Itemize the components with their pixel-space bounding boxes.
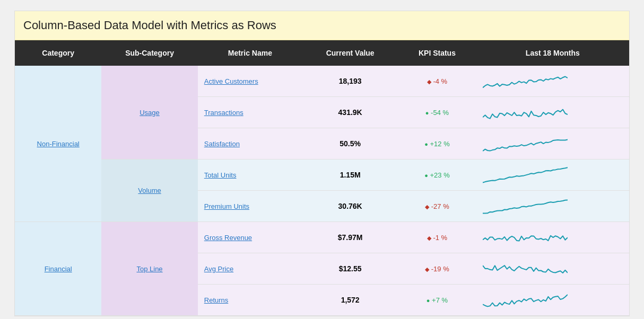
- kpi-label: -54 %: [431, 109, 449, 117]
- cell-kpi: ● +23 %: [398, 160, 476, 191]
- cell-value: 50.5%: [302, 128, 398, 160]
- subcategory-link[interactable]: Volume: [138, 187, 161, 194]
- cell-value: $12.55: [302, 253, 398, 285]
- kpi-label: -4 %: [433, 77, 447, 85]
- kpi-label: +23 %: [430, 171, 449, 179]
- cell-metric[interactable]: Returns: [198, 285, 302, 316]
- cell-subcategory[interactable]: Volume: [101, 160, 197, 222]
- cell-kpi: ◆ -27 %: [398, 191, 476, 222]
- cell-chart: [476, 97, 629, 128]
- cell-category[interactable]: Non-Financial: [15, 66, 101, 222]
- cell-chart: [476, 191, 629, 222]
- main-container: Column-Based Data Model with Metrics as …: [14, 11, 630, 316]
- header-metric: Metric Name: [198, 40, 302, 66]
- cell-chart: [476, 253, 629, 285]
- metric-link[interactable]: Gross Revenue: [204, 234, 252, 242]
- cell-metric[interactable]: Premium Units: [198, 191, 302, 222]
- page-title: Column-Based Data Model with Metrics as …: [23, 19, 621, 32]
- metric-link[interactable]: Premium Units: [204, 202, 249, 210]
- cell-chart: [476, 285, 629, 316]
- table-row: VolumeTotal Units1.15M● +23 %: [15, 160, 629, 191]
- kpi-icon: ◆: [425, 266, 429, 272]
- cell-kpi: ● -54 %: [398, 97, 476, 128]
- subcategory-link[interactable]: Usage: [140, 109, 160, 117]
- cell-chart: [476, 222, 629, 253]
- cell-chart: [476, 128, 629, 160]
- cell-value: 1,572: [302, 285, 398, 316]
- cell-value: 1.15M: [302, 160, 398, 191]
- cell-kpi: ● +12 %: [398, 128, 476, 160]
- cell-value: $7.97M: [302, 222, 398, 253]
- metric-link[interactable]: Avg Price: [204, 265, 233, 273]
- kpi-label: -27 %: [431, 202, 449, 210]
- kpi-label: -19 %: [431, 265, 449, 273]
- cell-kpi: ● +7 %: [398, 285, 476, 316]
- kpi-icon: ◆: [425, 203, 429, 210]
- header-category: Category: [15, 40, 101, 66]
- metric-link[interactable]: Active Customers: [204, 77, 258, 85]
- cell-category[interactable]: Financial: [15, 222, 101, 316]
- kpi-icon: ●: [424, 172, 428, 179]
- table-row: Non-FinancialUsageActive Customers18,193…: [15, 66, 629, 97]
- table-row: FinancialTop LineGross Revenue$7.97M◆ -1…: [15, 222, 629, 253]
- cell-metric[interactable]: Transactions: [198, 97, 302, 128]
- metric-link[interactable]: Total Units: [204, 171, 237, 179]
- kpi-label: -1 %: [433, 234, 447, 242]
- cell-metric[interactable]: Gross Revenue: [198, 222, 302, 253]
- cell-kpi: ◆ -1 %: [398, 222, 476, 253]
- header-subcategory: Sub-Category: [101, 40, 197, 66]
- kpi-icon: ●: [425, 110, 429, 116]
- kpi-label: +12 %: [430, 140, 449, 148]
- header-chart: Last 18 Months: [476, 40, 629, 66]
- cell-chart: [476, 66, 629, 97]
- cell-subcategory[interactable]: Usage: [101, 66, 197, 160]
- kpi-icon: ●: [424, 141, 428, 147]
- header-value: Current Value: [302, 40, 398, 66]
- metric-link[interactable]: Transactions: [204, 109, 243, 117]
- cell-kpi: ◆ -4 %: [398, 66, 476, 97]
- title-bar: Column-Based Data Model with Metrics as …: [15, 11, 629, 40]
- header-kpi: KPI Status: [398, 40, 476, 66]
- metric-link[interactable]: Satisfaction: [204, 140, 240, 148]
- kpi-icon: ◆: [427, 78, 431, 85]
- category-link[interactable]: Non-Financial: [37, 140, 80, 148]
- cell-kpi: ◆ -19 %: [398, 253, 476, 285]
- cell-value: 18,193: [302, 66, 398, 97]
- cell-subcategory[interactable]: Top Line: [101, 222, 197, 316]
- metrics-table: Category Sub-Category Metric Name Curren…: [15, 40, 629, 316]
- cell-chart: [476, 160, 629, 191]
- cell-value: 30.76K: [302, 191, 398, 222]
- cell-metric[interactable]: Active Customers: [198, 66, 302, 97]
- metric-link[interactable]: Returns: [204, 296, 229, 304]
- category-link[interactable]: Financial: [45, 265, 72, 273]
- cell-metric[interactable]: Avg Price: [198, 253, 302, 285]
- cell-metric[interactable]: Total Units: [198, 160, 302, 191]
- kpi-icon: ●: [427, 297, 430, 304]
- table-header-row: Category Sub-Category Metric Name Curren…: [15, 40, 629, 66]
- subcategory-link[interactable]: Top Line: [136, 265, 162, 273]
- cell-value: 431.9K: [302, 97, 398, 128]
- kpi-icon: ◆: [427, 235, 431, 241]
- kpi-label: +7 %: [432, 296, 448, 304]
- cell-metric[interactable]: Satisfaction: [198, 128, 302, 160]
